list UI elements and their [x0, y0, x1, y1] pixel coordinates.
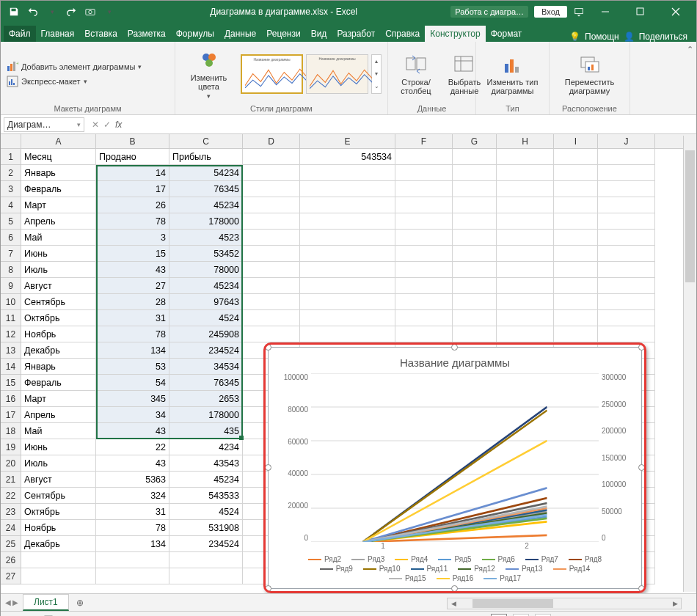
cell[interactable]: [554, 213, 598, 230]
cell[interactable]: [453, 213, 497, 230]
cell[interactable]: [497, 213, 554, 230]
cell[interactable]: [453, 246, 497, 262]
tab-insert[interactable]: Вставка: [79, 26, 123, 42]
switch-rowcol-button[interactable]: Строка/ столбец: [394, 53, 438, 95]
cell[interactable]: [395, 294, 453, 310]
cell[interactable]: [598, 262, 655, 278]
cell[interactable]: 3: [96, 230, 169, 246]
legend-item[interactable]: Ряд15: [389, 574, 426, 582]
cell[interactable]: 4524: [169, 504, 243, 520]
row-header[interactable]: 24: [1, 520, 21, 536]
cell[interactable]: [243, 230, 300, 246]
cell[interactable]: 26: [96, 197, 169, 213]
cell[interactable]: [497, 230, 554, 246]
cell[interactable]: 435: [169, 423, 243, 439]
cell[interactable]: [554, 326, 598, 342]
row-header[interactable]: 13: [1, 342, 21, 359]
change-chart-type-button[interactable]: Изменить тип диаграммы: [482, 53, 543, 95]
legend-item[interactable]: Ряд7: [525, 555, 558, 563]
cell[interactable]: Июнь: [21, 246, 96, 262]
col-header-J[interactable]: J: [598, 134, 655, 148]
cell[interactable]: Прибыль: [169, 149, 243, 165]
cell[interactable]: [300, 262, 395, 278]
tab-developer[interactable]: Разработ: [332, 26, 380, 42]
cell[interactable]: [598, 246, 655, 262]
cell[interactable]: [395, 326, 453, 342]
cell[interactable]: Сентябрь: [21, 488, 96, 504]
cell[interactable]: Октябрь: [21, 504, 96, 520]
undo-dropdown-icon[interactable]: ▾: [46, 6, 58, 18]
cell[interactable]: [96, 568, 169, 584]
cell[interactable]: Продано: [96, 149, 169, 165]
cell[interactable]: [598, 326, 655, 342]
tab-file[interactable]: Файл: [4, 26, 36, 42]
share-label[interactable]: Поделиться: [639, 32, 687, 42]
resize-handle[interactable]: [451, 344, 458, 351]
quick-layout-button[interactable]: Экспресс-макет▾: [7, 76, 142, 87]
page-break-view-button[interactable]: [535, 614, 551, 617]
col-header-B[interactable]: B: [96, 134, 169, 148]
cell[interactable]: Август: [21, 472, 96, 488]
cell[interactable]: [243, 326, 300, 342]
cell[interactable]: 5363: [96, 472, 169, 488]
horizontal-scrollbar[interactable]: ◀▶: [447, 598, 682, 609]
cell[interactable]: 27: [96, 278, 169, 294]
cell[interactable]: 53: [96, 359, 169, 375]
save-icon[interactable]: [8, 6, 20, 18]
cell[interactable]: [453, 197, 497, 213]
cell[interactable]: [598, 213, 655, 230]
cell[interactable]: Месяц: [21, 149, 96, 165]
cell[interactable]: [243, 149, 300, 165]
cell[interactable]: [497, 310, 554, 326]
cell[interactable]: [21, 568, 96, 584]
col-header-A[interactable]: A: [21, 134, 96, 148]
cell[interactable]: [497, 197, 554, 213]
legend-item[interactable]: Ряд2: [308, 555, 341, 563]
cell[interactable]: 31: [96, 310, 169, 326]
cell[interactable]: Июнь: [21, 439, 96, 455]
normal-view-button[interactable]: [491, 614, 507, 617]
row-header[interactable]: 18: [1, 423, 21, 439]
legend-item[interactable]: Ряд9: [320, 565, 353, 573]
cell[interactable]: 78: [96, 520, 169, 536]
cell[interactable]: [554, 262, 598, 278]
tab-help[interactable]: Справка: [380, 26, 425, 42]
row-header[interactable]: 6: [1, 230, 21, 246]
cell[interactable]: [453, 294, 497, 310]
cell[interactable]: [453, 278, 497, 294]
row-header[interactable]: 1: [1, 149, 21, 165]
cell[interactable]: [243, 165, 300, 181]
cell[interactable]: Август: [21, 278, 96, 294]
move-chart-button[interactable]: Переместить диаграмму: [555, 53, 624, 95]
legend-item[interactable]: Ряд17: [483, 574, 521, 582]
cell[interactable]: 543534: [300, 149, 395, 165]
row-header[interactable]: 7: [1, 246, 21, 262]
row-header[interactable]: 5: [1, 213, 21, 230]
row-header[interactable]: 27: [1, 568, 21, 584]
cell[interactable]: 234524: [169, 342, 243, 359]
cell[interactable]: Май: [21, 423, 96, 439]
cell[interactable]: [598, 310, 655, 326]
undo-icon[interactable]: [27, 6, 39, 18]
legend-item[interactable]: Ряд5: [438, 555, 471, 563]
cell[interactable]: 14: [96, 165, 169, 181]
legend-item[interactable]: Ряд16: [437, 574, 474, 582]
cell[interactable]: [453, 310, 497, 326]
cell[interactable]: [243, 181, 300, 197]
cell[interactable]: [169, 552, 243, 568]
chart-style-2[interactable]: Название диаграммы: [306, 54, 368, 94]
row-header[interactable]: 14: [1, 359, 21, 375]
cell[interactable]: [395, 278, 453, 294]
cell[interactable]: [453, 262, 497, 278]
legend-item[interactable]: Ряд10: [363, 565, 401, 573]
cell[interactable]: 22: [96, 439, 169, 455]
cell[interactable]: 234524: [169, 536, 243, 552]
cell[interactable]: Ноябрь: [21, 326, 96, 342]
cell[interactable]: [169, 568, 243, 584]
row-header[interactable]: 2: [1, 165, 21, 181]
new-sheet-button[interactable]: ⊕: [72, 595, 88, 611]
cell[interactable]: [554, 149, 598, 165]
cell[interactable]: 4234: [169, 439, 243, 455]
cell[interactable]: Февраль: [21, 181, 96, 197]
cell[interactable]: 531908: [169, 520, 243, 536]
